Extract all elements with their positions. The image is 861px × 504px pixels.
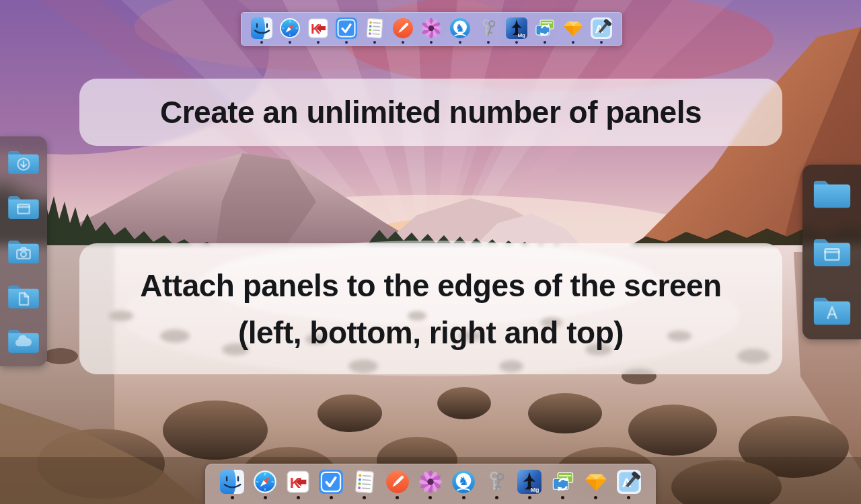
panel-item-applications-folder[interactable] (811, 293, 853, 328)
running-indicator-dot (428, 496, 432, 499)
downloads-folder-icon (6, 167, 41, 179)
flower-app-icon (420, 17, 442, 39)
dock-item-finder[interactable] (251, 17, 272, 44)
running-indicator-dot (561, 496, 564, 499)
desktop: K♞MgA Create an unlimited number of pane… (0, 0, 861, 504)
dock-item-keychain[interactable] (478, 17, 499, 44)
things-checkmark-app-icon (336, 17, 357, 39)
folder-sync-app-icon (534, 17, 556, 39)
k-arrow-app-icon: K (286, 470, 310, 494)
running-indicator-dot (260, 41, 263, 44)
chess-knight-app-icon: ♞ (449, 17, 471, 39)
dock-item-pen-app[interactable] (385, 470, 410, 499)
chess-knight-app-icon: ♞ (451, 470, 476, 494)
dock-item-xcode[interactable]: A (591, 17, 612, 44)
bottom-dock-panel: K♞MgA (205, 464, 656, 504)
dock-item-sketch[interactable] (562, 17, 584, 44)
right-folder-panel (802, 165, 861, 339)
sketch-icon (562, 17, 584, 39)
task-list-app-icon (352, 470, 377, 494)
dock-item-jet-mg-app[interactable]: Mg (506, 17, 527, 44)
banner-create-panels: Create an unlimited number of panels (79, 79, 782, 146)
panel-item-desktop-folder[interactable] (811, 235, 853, 269)
keychain-icon (484, 470, 509, 494)
running-indicator-dot (330, 496, 333, 499)
panel-item-cloud-folder[interactable] (6, 326, 41, 355)
jet-mg-app-icon: Mg (517, 470, 541, 494)
dock-item-folder-sync-app[interactable] (551, 470, 575, 499)
svg-text:Mg: Mg (531, 487, 539, 493)
folder-icon (811, 202, 853, 213)
panel-item-downloads-folder[interactable] (6, 147, 41, 177)
running-indicator-dot (627, 496, 630, 499)
keychain-icon (478, 17, 499, 39)
finder-icon (220, 470, 244, 494)
xcode-icon: A (617, 470, 641, 494)
panel-item-pictures-folder[interactable] (6, 237, 41, 266)
folder-sync-app-icon (551, 470, 575, 494)
dock-item-finder[interactable] (220, 470, 244, 499)
banner-attach-line-1: Attach panels to the edges of the screen (140, 262, 721, 309)
dock-item-things-checkmark-app[interactable] (319, 470, 343, 499)
pictures-folder-icon (6, 257, 41, 268)
running-indicator-dot (459, 41, 461, 44)
dock-item-safari[interactable] (279, 17, 301, 44)
running-indicator-dot (515, 41, 518, 44)
flower-app-icon (418, 470, 443, 494)
dock-item-k-arrow-app[interactable]: K (286, 470, 310, 499)
finder-icon (251, 17, 272, 39)
running-indicator-dot (317, 41, 320, 44)
running-indicator-dot (373, 41, 376, 44)
dock-item-xcode[interactable]: A (617, 470, 641, 499)
running-indicator-dot (528, 496, 531, 499)
running-indicator-dot (487, 41, 490, 44)
panel-item-documents-folder[interactable] (6, 282, 41, 311)
safari-icon (279, 17, 301, 39)
dock-item-k-arrow-app[interactable]: K (307, 17, 329, 44)
dock-item-chess-knight-app[interactable]: ♞ (451, 470, 476, 499)
running-indicator-dot (396, 496, 399, 499)
desktop-folder-icon (811, 260, 853, 271)
running-indicator-dot (495, 496, 498, 499)
svg-text:Mg: Mg (517, 32, 525, 38)
dock-item-folder-sync-app[interactable] (534, 17, 556, 44)
applications-folder-icon (811, 319, 853, 330)
safari-icon (253, 470, 277, 494)
running-indicator-dot (345, 41, 348, 44)
dock-item-keychain[interactable] (484, 470, 509, 499)
pen-app-icon (385, 470, 410, 494)
dock-item-jet-mg-app[interactable]: Mg (517, 470, 541, 499)
dock-item-sketch[interactable] (584, 470, 608, 499)
top-dock-panel: K♞MgA (241, 12, 622, 46)
task-list-app-icon (364, 17, 385, 39)
dock-item-pen-app[interactable] (392, 17, 414, 44)
svg-text:♞: ♞ (455, 22, 464, 34)
dock-item-chess-knight-app[interactable]: ♞ (449, 17, 471, 44)
left-folder-panel (0, 136, 47, 366)
banner-attach-line-2: (left, bottom, right and top) (238, 309, 624, 356)
dock-item-task-list-app[interactable] (364, 17, 385, 44)
cloud-folder-icon (6, 346, 41, 358)
dock-item-task-list-app[interactable] (352, 470, 377, 499)
running-indicator-dot (289, 41, 291, 44)
panel-item-desktop-folder[interactable] (6, 192, 41, 222)
pen-app-icon (392, 17, 414, 39)
running-indicator-dot (297, 496, 300, 499)
banner-create-panels-text: Create an unlimited number of panels (160, 94, 702, 130)
running-indicator-dot (462, 496, 465, 499)
xcode-icon: A (591, 17, 612, 39)
panel-item-folder[interactable] (811, 176, 853, 211)
running-indicator-dot (544, 41, 546, 44)
dock-item-flower-app[interactable] (418, 470, 443, 499)
sketch-icon (584, 470, 608, 494)
running-indicator-dot (600, 41, 603, 44)
running-indicator-dot (594, 496, 597, 499)
running-indicator-dot (430, 41, 433, 44)
running-indicator-dot (264, 496, 267, 499)
desktop-folder-icon (6, 212, 41, 224)
dock-item-things-checkmark-app[interactable] (336, 17, 357, 44)
dock-item-safari[interactable] (253, 470, 277, 499)
running-indicator-dot (363, 496, 366, 499)
documents-folder-icon (6, 302, 41, 313)
dock-item-flower-app[interactable] (420, 17, 442, 44)
